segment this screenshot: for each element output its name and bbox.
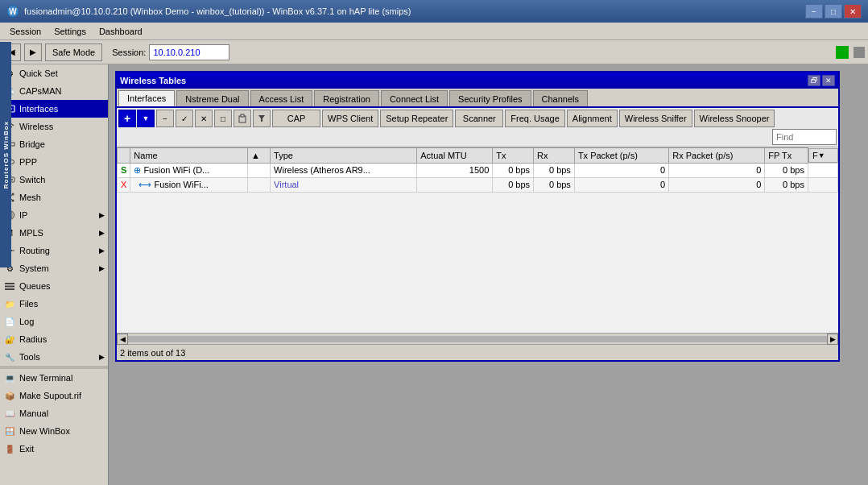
routeros-winbox-side-label: RouterOS WinBox [0,42,11,267]
tab-interfaces[interactable]: Interfaces [118,90,175,106]
copy-button[interactable]: □ [214,110,232,127]
sidebar-label-interfaces: Interfaces [19,104,58,114]
wireless-snooper-button[interactable]: Wireless Snooper [694,110,775,127]
sidebar-item-interfaces[interactable]: Interfaces [0,100,108,118]
sidebar-item-manual[interactable]: 📖 Manual [0,404,108,422]
sidebar-label-routing: Routing [19,246,50,255]
interfaces-table: Name ▲ Type Actual MTU Tx Rx Tx Packet (… [117,147,838,193]
sidebar-item-tools[interactable]: 🔧 Tools ▶ [0,348,108,366]
row2-tx: 0 bps [493,177,534,192]
row1-mtu: 1500 [417,163,493,177]
row1-type: Wireless (Atheros AR9... [271,163,417,177]
tab-nstreme-dual[interactable]: Nstreme Dual [176,90,248,106]
scanner-button[interactable]: Scanner [455,110,503,127]
sidebar-item-ip[interactable]: IP ▶ [0,206,108,224]
enable-button[interactable]: ✓ [176,110,193,127]
title-buttons: − □ ✕ [805,4,862,19]
sidebar-item-exit[interactable]: 🚪 Exit [0,440,108,458]
disable-button[interactable]: ✕ [195,110,213,127]
col-status [118,148,130,164]
col-f: F ▼ [808,148,838,163]
svg-rect-28 [5,286,14,288]
sidebar-label-queues: Queues [19,281,51,291]
tab-access-list[interactable]: Access List [250,90,313,106]
tab-registration[interactable]: Registration [314,90,379,106]
menu-settings[interactable]: Settings [48,25,93,38]
row2-type: Virtual [271,177,417,192]
row1-status: S [118,163,130,177]
sidebar-item-supout[interactable]: 📦 Make Supout.rif [0,387,108,404]
table-container: Name ▲ Type Actual MTU Tx Rx Tx Packet (… [117,147,838,333]
close-button[interactable]: ✕ [844,4,862,19]
wt-restore-button[interactable]: 🗗 [808,75,820,86]
table-row[interactable]: S ⊕ Fusion WiFi (D... Wireless (Atheros … [118,163,838,177]
svg-marker-32 [258,115,265,122]
sidebar-item-log[interactable]: 📄 Log [0,313,108,330]
content-area: Wireless Tables 🗗 ✕ Interfaces Nstreme D… [109,64,868,485]
app-icon: W [6,5,19,18]
forward-button[interactable]: ▶ [24,44,42,61]
tab-security-profiles[interactable]: Security Profiles [449,90,531,106]
sidebar-item-routing[interactable]: Routing ▶ [0,242,108,259]
row2-fp-tx: 0 bps [765,177,808,192]
wps-client-button[interactable]: WPS Client [322,110,378,127]
row2-rx: 0 bps [534,177,575,192]
tools-icon: 🔧 [3,350,16,363]
freq-usage-button[interactable]: Freq. Usage [505,110,565,127]
find-input[interactable] [772,129,837,145]
scroll-left-button[interactable]: ◀ [117,334,128,345]
sidebar-item-quick-set[interactable]: ⚙ Quick Set [0,64,108,82]
wt-window-buttons: 🗗 ✕ [808,75,835,86]
svg-rect-31 [241,114,244,117]
wt-close-button[interactable]: ✕ [822,75,835,86]
scroll-track[interactable] [128,336,827,342]
col-sort[interactable]: ▲ [247,148,270,164]
filter-button[interactable] [253,110,271,127]
paste-button[interactable] [234,110,251,127]
table-row[interactable]: X ⟷ Fusion WiFi... Virtual 0 bps 0 bps 0… [118,177,838,192]
sidebar-item-queues[interactable]: Queues [0,277,108,295]
new-winbox-icon: 🪟 [3,425,16,437]
sidebar-item-bridge[interactable]: Bridge [0,135,108,153]
sidebar-item-wireless[interactable]: Wireless [0,118,108,135]
maximize-button[interactable]: □ [825,4,842,19]
add-button[interactable]: + [118,110,136,127]
row2-f [808,177,837,192]
sidebar-label-capsman: CAPsMAN [19,86,62,96]
minimize-button[interactable]: − [805,4,823,19]
wt-title: Wireless Tables [120,76,186,85]
sidebar-item-files[interactable]: 📁 Files [0,295,108,313]
remove-button[interactable]: − [156,110,174,127]
scroll-right-button[interactable]: ▶ [827,334,838,345]
sidebar-item-new-terminal[interactable]: 💻 New Terminal [0,369,108,387]
col-rx-pps: Rx Packet (p/s) [669,148,765,164]
menu-session[interactable]: Session [3,25,48,38]
menu-dashboard[interactable]: Dashboard [93,25,149,38]
horizontal-scrollbar: ◀ ▶ [117,333,838,344]
tab-connect-list[interactable]: Connect List [381,90,448,106]
add-dropdown-button[interactable]: ▼ [137,110,155,127]
setup-repeater-button[interactable]: Setup Repeater [380,110,453,127]
svg-rect-29 [5,288,14,290]
sidebar-item-capsman[interactable]: 📡 CAPsMAN [0,82,108,100]
session-ip[interactable]: 10.10.0.210 [149,44,229,60]
window-title: fusionadmin@10.10.0.210 (Winbox Demo - w… [24,6,411,16]
sidebar-item-system[interactable]: ⚙ System ▶ [0,259,108,277]
sidebar-item-radius[interactable]: 🔐 Radius [0,330,108,348]
sidebar-item-switch[interactable]: Switch [0,171,108,189]
status-square [854,47,865,58]
tab-channels[interactable]: Channels [533,90,588,106]
ip-expand-icon: ▶ [99,211,105,219]
wireless-sniffer-button[interactable]: Wireless Sniffer [619,110,692,127]
sidebar-label-wireless: Wireless [19,122,53,131]
sidebar-item-mpls[interactable]: M MPLS ▶ [0,224,108,242]
safe-mode-button[interactable]: Safe Mode [45,44,102,61]
row1-tx: 0 bps [493,163,534,177]
row1-f [808,163,837,177]
sidebar-item-new-winbox[interactable]: 🪟 New WinBox [0,422,108,440]
sidebar-item-mesh[interactable]: Mesh [0,189,108,206]
row2-status: X [118,177,130,192]
cap-button[interactable]: CAP [272,110,320,127]
alignment-button[interactable]: Alignment [567,110,618,127]
sidebar-item-ppp[interactable]: PPP [0,153,108,171]
